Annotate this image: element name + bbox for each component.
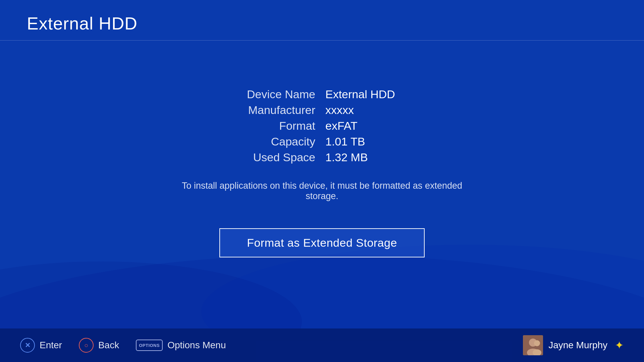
circle-button-icon[interactable]: ○ — [79, 338, 94, 353]
info-label: Capacity — [218, 135, 325, 148]
control-item-back: ○Back — [79, 338, 119, 353]
circle-label: Back — [98, 340, 119, 351]
info-row: FormatexFAT — [218, 119, 426, 132]
description-text: To install applications on this device, … — [171, 181, 473, 201]
info-row: Device NameExternal HDD — [218, 88, 426, 101]
info-row: Capacity1.01 TB — [218, 135, 426, 148]
cross-button-icon[interactable]: ✕ — [20, 338, 35, 353]
format-as-extended-storage-button[interactable]: Format as Extended Storage — [219, 228, 425, 257]
device-info-table: Device NameExternal HDDManufacturerxxxxx… — [218, 88, 426, 164]
info-label: Device Name — [218, 88, 325, 101]
user-area: Jayne Murphy ✦ — [523, 335, 624, 355]
user-name: Jayne Murphy — [548, 340, 607, 351]
options-label: Options Menu — [167, 340, 226, 351]
info-value: 1.32 MB — [325, 151, 426, 164]
control-item-enter: ✕Enter — [20, 338, 62, 353]
info-value: External HDD — [325, 88, 426, 101]
info-row: Used Space1.32 MB — [218, 151, 426, 164]
info-label: Used Space — [218, 151, 325, 164]
svg-point-6 — [534, 340, 540, 346]
info-value: exFAT — [325, 119, 426, 132]
main-content: Device NameExternal HDDManufacturerxxxxx… — [0, 44, 644, 328]
options-button-icon[interactable]: OPTIONS — [136, 340, 163, 351]
info-label: Manufacturer — [218, 104, 325, 117]
info-label: Format — [218, 119, 325, 132]
bottom-bar: ✕Enter○BackOPTIONSOptions Menu Jayne Mur… — [0, 328, 644, 362]
ps-plus-icon: ✦ — [615, 339, 624, 352]
cross-label: Enter — [40, 340, 62, 351]
avatar — [523, 335, 543, 355]
bottom-controls: ✕Enter○BackOPTIONSOptions Menu — [20, 338, 523, 353]
info-row: Manufacturerxxxxx — [218, 104, 426, 117]
info-value: 1.01 TB — [325, 135, 426, 148]
page-title: External HDD — [27, 13, 617, 34]
header: External HDD — [0, 0, 644, 41]
avatar-image — [523, 335, 543, 355]
control-item-options-menu: OPTIONSOptions Menu — [136, 340, 226, 351]
info-value: xxxxx — [325, 104, 426, 117]
